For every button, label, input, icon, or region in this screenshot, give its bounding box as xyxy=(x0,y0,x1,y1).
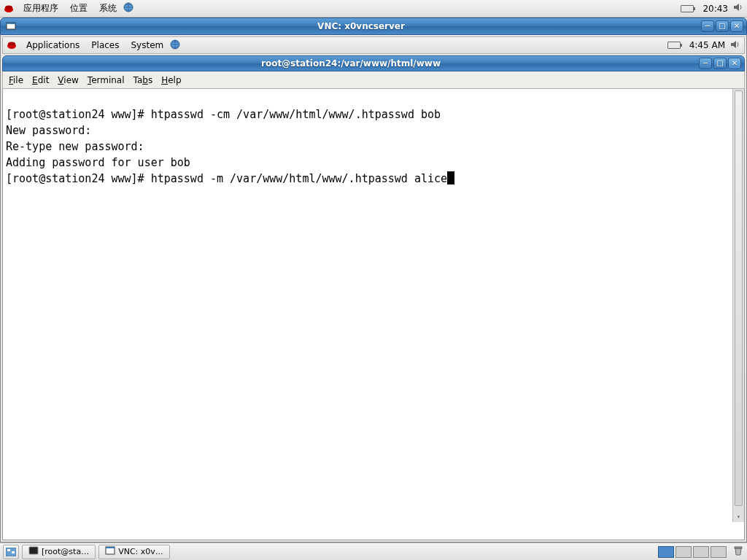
terminal-menu-edit[interactable]: Edit xyxy=(32,75,49,85)
terminal-minimize-button[interactable]: ─ xyxy=(699,58,712,69)
guest-menu-places[interactable]: Places xyxy=(85,39,125,52)
guest-panel-top: Applications Places System 4:45 AM xyxy=(2,36,745,54)
terminal-menubar: File Edit View Terminal Tabs Help xyxy=(2,71,745,89)
host-menu-places[interactable]: 位置 xyxy=(64,1,93,16)
vnc-maximize-button[interactable]: □ xyxy=(716,20,729,32)
terminal-cursor xyxy=(447,171,454,184)
guest-redhat-icon xyxy=(6,39,18,51)
vnc-minimize-button[interactable]: ─ xyxy=(701,20,714,32)
scrollbar-down-arrow[interactable]: ▾ xyxy=(733,512,744,522)
terminal-window: >_ root@station24:/var/www/html/www ─ □ … xyxy=(2,55,745,540)
redhat-icon xyxy=(3,3,15,15)
terminal-menu-terminal[interactable]: Terminal xyxy=(88,75,125,85)
scrollbar-thumb[interactable] xyxy=(735,90,743,506)
host-menu-applications[interactable]: 应用程序 xyxy=(18,1,64,16)
terminal-menu-file[interactable]: File xyxy=(9,75,23,85)
svg-rect-12 xyxy=(12,551,15,553)
vnc-close-button[interactable]: ✕ xyxy=(730,20,743,32)
taskbar-terminal-label: [root@sta… xyxy=(42,547,89,556)
terminal-body[interactable]: [root@station24 www]# htpasswd -cm /var/… xyxy=(2,89,745,540)
volume-icon[interactable] xyxy=(732,1,744,15)
vnc-title: VNC: x0vncserver xyxy=(21,21,701,31)
terminal-line: [root@station24 www]# htpasswd -cm /var/… xyxy=(6,108,441,121)
terminal-line: Re-type new password: xyxy=(6,140,151,153)
host-panel-bottom: [root@sta… VNC: x0v… xyxy=(0,542,747,560)
workspace-2[interactable] xyxy=(676,546,692,558)
vnc-window-icon xyxy=(5,20,17,32)
terminal-line: Adding password for user bob xyxy=(6,156,190,169)
guest-volume-icon[interactable] xyxy=(729,39,741,52)
guest-browser-launcher-icon[interactable] xyxy=(169,39,181,52)
vnc-content: Applications Places System 4:45 AM >_ ro… xyxy=(0,35,747,542)
show-desktop-button[interactable] xyxy=(3,545,19,559)
svg-point-1 xyxy=(5,5,12,9)
workspace-4[interactable] xyxy=(711,546,727,558)
workspace-3[interactable] xyxy=(693,546,709,558)
window-icon xyxy=(105,545,115,558)
terminal-close-button[interactable]: ✕ xyxy=(728,58,741,69)
terminal-maximize-button[interactable]: □ xyxy=(713,58,727,69)
svg-point-6 xyxy=(8,42,15,46)
taskbar-vnc-label: VNC: x0v… xyxy=(118,547,163,556)
guest-menu-system[interactable]: System xyxy=(125,39,169,52)
terminal-menu-help[interactable]: Help xyxy=(161,75,181,85)
svg-rect-13 xyxy=(29,547,38,554)
terminal-menu-tabs[interactable]: Tabs xyxy=(133,75,153,85)
svg-rect-16 xyxy=(735,547,742,548)
vnc-window: VNC: x0vncserver ─ □ ✕ Applications Plac… xyxy=(0,18,747,542)
terminal-scrollbar[interactable]: ▾ xyxy=(732,89,744,522)
terminal-icon xyxy=(28,545,39,558)
host-panel-top: 应用程序 位置 系统 20:43 xyxy=(0,0,747,18)
terminal-line: [root@station24 www]# htpasswd -m /var/w… xyxy=(6,172,447,185)
svg-rect-11 xyxy=(7,549,10,551)
battery-icon[interactable] xyxy=(681,5,694,12)
workspace-switcher xyxy=(658,546,727,558)
terminal-title: root@station24:/var/www/html/www xyxy=(3,58,699,69)
terminal-line: New password: xyxy=(6,124,98,137)
taskbar-vnc-button[interactable]: VNC: x0v… xyxy=(98,545,170,559)
host-menu-system[interactable]: 系统 xyxy=(93,1,123,16)
trash-icon[interactable] xyxy=(732,545,744,559)
guest-clock[interactable]: 4:45 AM xyxy=(685,40,729,50)
taskbar-terminal-button[interactable]: [root@sta… xyxy=(22,545,96,559)
terminal-menu-view[interactable]: View xyxy=(58,75,78,85)
svg-rect-15 xyxy=(106,547,115,548)
vnc-titlebar[interactable]: VNC: x0vncserver ─ □ ✕ xyxy=(0,18,747,35)
workspace-1[interactable] xyxy=(658,546,674,558)
guest-menu-applications[interactable]: Applications xyxy=(20,39,85,52)
terminal-titlebar[interactable]: >_ root@station24:/var/www/html/www ─ □ … xyxy=(2,55,745,71)
guest-battery-icon[interactable] xyxy=(667,42,681,49)
host-clock[interactable]: 20:43 xyxy=(698,4,732,14)
svg-rect-4 xyxy=(7,23,15,24)
browser-launcher-icon[interactable] xyxy=(123,1,134,15)
